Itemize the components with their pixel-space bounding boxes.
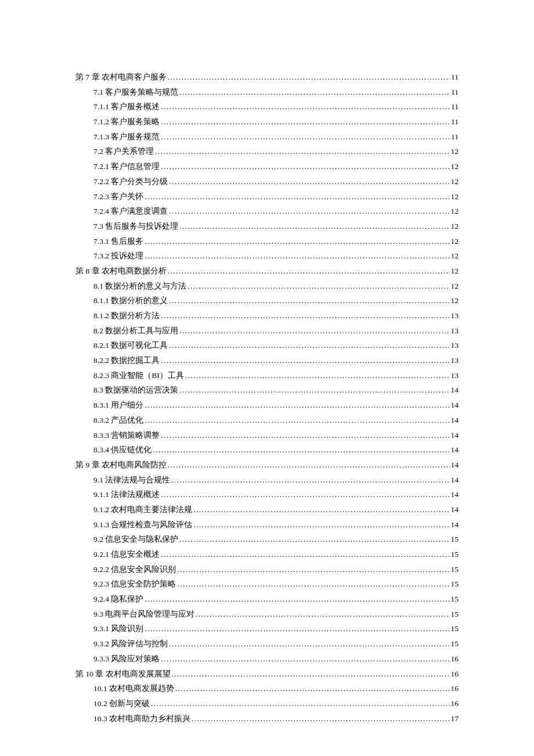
toc-leader-dots — [151, 697, 450, 711]
toc-leader-dots — [185, 369, 450, 383]
toc-entry-page: 15 — [451, 577, 459, 592]
toc-entry-title: 7.2.1 客户信息管理 — [93, 159, 160, 174]
toc-leader-dots — [168, 458, 450, 473]
toc-entry[interactable]: 8.1.1 数据分析的意义12 — [75, 293, 459, 308]
toc-entry[interactable]: 7.1.2 客户服务策略11 — [75, 114, 459, 129]
toc-entry-title: 10.3 农村电商助力乡村振兴 — [93, 711, 190, 726]
toc-entry[interactable]: 7.2.1 客户信息管理12 — [75, 159, 459, 174]
toc-entry-page: 12 — [451, 159, 459, 174]
toc-leader-dots — [193, 503, 449, 517]
toc-leader-dots — [145, 249, 449, 264]
toc-entry-title: 8.1.1 数据分析的意义 — [93, 293, 168, 308]
toc-entry[interactable]: 9.1.2 农村电商主要法律法规14 — [75, 502, 459, 517]
toc-entry[interactable]: 7.1 客户服务策略与规范11 — [75, 85, 459, 100]
toc-entry-page: 15 — [451, 547, 459, 562]
toc-entry[interactable]: 第 9 章 农村电商风险防控14 — [75, 458, 459, 473]
toc-entry[interactable]: 7.1.1 客户服务概述11 — [75, 99, 459, 114]
toc-entry[interactable]: 第 7 章 农村电商客户服务11 — [75, 70, 459, 85]
toc-entry-title: 9.2.4 隐私保护 — [93, 592, 143, 607]
toc-entry[interactable]: 9.1.1 法律法规概述14 — [75, 487, 459, 502]
toc-entry[interactable]: 9.3.3 风险应对策略16 — [75, 651, 459, 667]
toc-entry[interactable]: 9.3.1 风险识别 15 — [75, 621, 459, 636]
toc-entry[interactable]: 8.3.3 营销策略调整14 — [75, 428, 459, 443]
toc-leader-dots — [179, 219, 449, 234]
toc-leader-dots — [169, 204, 449, 219]
toc-entry[interactable]: 8.3 数据驱动的运营决策14 — [75, 383, 459, 398]
toc-entry[interactable]: 9.3.2 风险评估与控制15 — [75, 636, 459, 651]
toc-entry-title: 9.1.1 法律法规概述 — [93, 487, 160, 502]
toc-entry[interactable]: 9.2 信息安全与隐私保护15 — [75, 532, 459, 547]
toc-entry[interactable]: 9.1 法律法规与合规性14 — [75, 473, 459, 488]
toc-entry[interactable]: 8.2.1 数据可视化工具13 — [75, 338, 459, 353]
toc-leader-dots — [145, 398, 449, 413]
toc-entry-page: 14 — [451, 502, 459, 517]
toc-entry[interactable]: 10.2 创新与突破16 — [75, 696, 459, 711]
toc-entry[interactable]: 10.3 农村电商助力乡村振兴17 — [75, 711, 459, 726]
toc-entry[interactable]: 7.3.2 投诉处理 12 — [75, 249, 459, 264]
toc-entry-page: 12 — [451, 293, 459, 308]
toc-leader-dots — [161, 130, 450, 145]
toc-entry[interactable]: 7.3.1 售后服务 12 — [75, 234, 459, 249]
toc-entry[interactable]: 7.2.3 客户关怀 12 — [75, 189, 459, 204]
toc-entry-title: 第 9 章 农村电商风险防控 — [75, 458, 167, 473]
toc-entry-page: 16 — [451, 681, 459, 696]
toc-leader-dots — [175, 682, 450, 696]
toc-entry[interactable]: 8.1.2 数据分析方法13 — [75, 308, 459, 323]
toc-entry-title: 7.1.2 客户服务策略 — [93, 114, 160, 129]
toc-leader-dots — [145, 190, 449, 204]
toc-entry-title: 8.3 数据驱动的运营决策 — [93, 383, 178, 398]
toc-entry-page: 14 — [451, 428, 459, 443]
toc-entry[interactable]: 第 10 章 农村电商发展展望16 — [75, 667, 459, 682]
toc-leader-dots — [171, 473, 449, 488]
toc-entry-page: 15 — [451, 532, 459, 547]
toc-entry[interactable]: 第 8 章 农村电商数据分析12 — [75, 264, 459, 279]
toc-entry[interactable]: 7.2 客户关系管理12 — [75, 144, 459, 159]
toc-entry-page: 13 — [451, 338, 459, 353]
toc-entry-title: 10.1 农村电商发展趋势 — [93, 681, 174, 696]
toc-entry[interactable]: 7.3 售后服务与投诉处理12 — [75, 219, 459, 234]
toc-entry[interactable]: 8.3.4 供应链优化14 — [75, 442, 459, 458]
toc-entry[interactable]: 10.1 农村电商发展趋势16 — [75, 681, 459, 696]
toc-leader-dots — [145, 235, 449, 249]
toc-entry-title: 8.2.3 商业智能（BI）工具 — [93, 368, 184, 383]
toc-entry[interactable]: 8.3.2 产品优化 14 — [75, 413, 459, 428]
toc-leader-dots — [161, 488, 449, 502]
toc-entry-page: 12 — [451, 219, 459, 234]
toc-entry-page: 17 — [451, 711, 459, 726]
toc-entry[interactable]: 7.2.4 客户满意度调查12 — [75, 204, 459, 219]
toc-entry-title: 10.2 创新与突破 — [93, 696, 150, 711]
toc-leader-dots — [179, 324, 449, 339]
toc-entry[interactable]: 8.2.2 数据挖掘工具13 — [75, 353, 459, 368]
toc-entry-page: 15 — [451, 592, 459, 607]
toc-entry-title: 第 7 章 农村电商客户服务 — [75, 70, 167, 85]
toc-entry[interactable]: 7.1.3 客户服务规范11 — [75, 129, 459, 145]
toc-entry[interactable]: 8.2 数据分析工具与应用13 — [75, 323, 459, 339]
toc-leader-dots — [169, 637, 449, 651]
toc-entry-page: 11 — [451, 99, 459, 114]
toc-entry[interactable]: 8.3.1 用户细分 14 — [75, 398, 459, 413]
toc-entry-page: 15 — [451, 607, 459, 622]
toc-leader-dots — [161, 652, 449, 667]
toc-entry[interactable]: 9.2.3 信息安全防护策略15 — [75, 577, 459, 592]
toc-entry-page: 11 — [451, 85, 459, 100]
toc-entry-title: 7.1.3 客户服务规范 — [93, 129, 160, 145]
toc-entry[interactable]: 9.2.2 信息安全风险识别15 — [75, 562, 459, 577]
toc-entry-page: 11 — [451, 70, 459, 85]
toc-entry[interactable]: 9.1.3 合规性检查与风险评估14 — [75, 517, 459, 532]
toc-entry-page: 14 — [451, 473, 459, 488]
toc-entry-title: 8.1 数据分析的意义与方法 — [93, 279, 186, 294]
toc-entry-title: 9.1.3 合规性检查与风险评估 — [93, 517, 192, 532]
toc-entry[interactable]: 8.1 数据分析的意义与方法12 — [75, 279, 459, 294]
toc-entry[interactable]: 8.2.3 商业智能（BI）工具13 — [75, 368, 459, 383]
toc-leader-dots — [177, 563, 449, 577]
toc-leader-dots — [192, 712, 450, 726]
toc-entry[interactable]: 9.2.1 信息安全概述15 — [75, 547, 459, 562]
toc-entry[interactable]: 7.2.2 客户分类与分级12 — [75, 174, 459, 189]
toc-entry-page: 12 — [451, 189, 459, 204]
toc-entry[interactable]: 9.3 电商平台风险管理与应对15 — [75, 607, 459, 622]
toc-entry-title: 9.2.3 信息安全防护策略 — [93, 577, 176, 592]
toc-leader-dots — [168, 70, 450, 85]
toc-entry-page: 16 — [451, 667, 459, 682]
toc-leader-dots — [145, 592, 449, 607]
toc-entry[interactable]: 9.2.4 隐私保护 15 — [75, 592, 459, 607]
